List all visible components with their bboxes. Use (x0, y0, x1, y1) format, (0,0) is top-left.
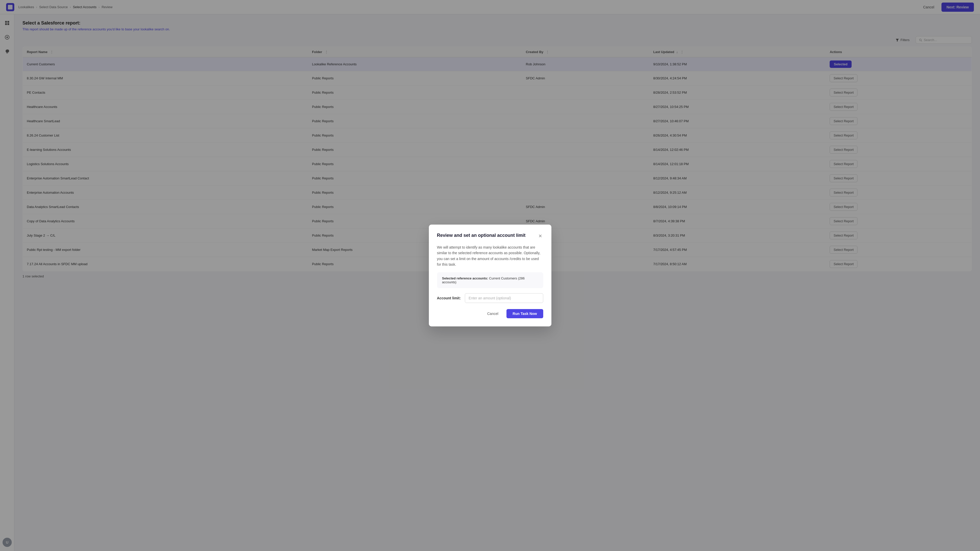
modal-title: Review and set an optional account limit (437, 233, 526, 238)
modal: Review and set an optional account limit… (429, 225, 551, 327)
modal-close-button[interactable]: ✕ (537, 233, 543, 240)
modal-overlay: Review and set an optional account limit… (0, 0, 980, 551)
modal-info-label: Selected reference accounts: (442, 276, 488, 280)
account-limit-label: Account limit: (437, 296, 461, 300)
run-task-button[interactable]: Run Task Now (506, 309, 543, 318)
modal-body: We will attempt to identify as many look… (437, 245, 543, 267)
account-limit-input[interactable] (465, 293, 543, 303)
modal-footer: Cancel Run Task Now (437, 309, 543, 318)
modal-header: Review and set an optional account limit… (437, 233, 543, 240)
modal-field: Account limit: (437, 293, 543, 303)
modal-cancel-button[interactable]: Cancel (482, 309, 503, 318)
modal-info-box: Selected reference accounts: Current Cus… (437, 272, 543, 288)
